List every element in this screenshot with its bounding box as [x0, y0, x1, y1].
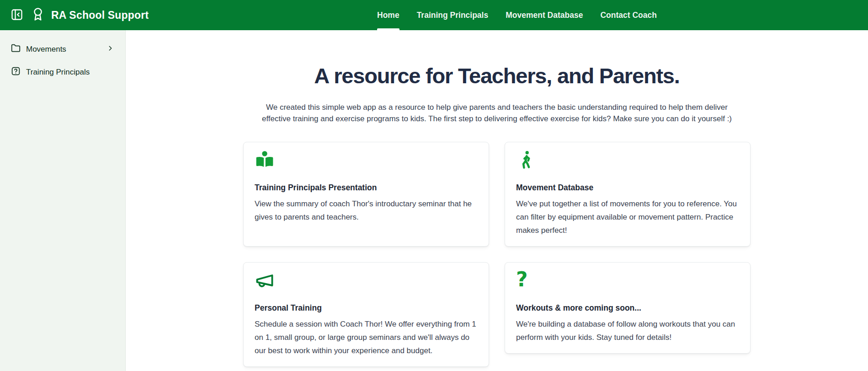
help-square-icon	[11, 66, 21, 78]
sidebar-item-movements[interactable]: Movements	[6, 39, 119, 59]
card-training-principals-presentation[interactable]: Training Principals Presentation View th…	[243, 142, 489, 247]
card-grid: Training Principals Presentation View th…	[243, 142, 751, 367]
card-body: View the summary of coach Thor's introdu…	[255, 197, 478, 224]
card-title: Movement Database	[516, 183, 739, 193]
card-title: Training Principals Presentation	[255, 183, 478, 193]
award-icon	[31, 7, 45, 23]
nav-item-contact-coach[interactable]: Contact Coach	[600, 0, 656, 30]
sidebar-item-label: Training Principals	[26, 68, 90, 77]
question-mark-icon: ?	[516, 270, 739, 290]
folder-icon	[11, 43, 21, 55]
brand: RA School Support	[31, 7, 149, 23]
card-body: We're building a database of follow alon…	[516, 317, 739, 344]
card-body: Schedule a session with Coach Thor! We o…	[255, 317, 478, 357]
megaphone-icon	[255, 270, 478, 290]
sidebar-toggle-button[interactable]	[9, 7, 25, 23]
main-content: A resource for Teachers, and Parents. We…	[126, 30, 868, 371]
nav-item-home[interactable]: Home	[377, 0, 399, 30]
chevron-right-icon	[107, 44, 114, 54]
card-body: We've put together a list of movements f…	[516, 197, 739, 237]
card-personal-training[interactable]: Personal Training Schedule a session wit…	[243, 262, 489, 367]
page-title: A resource for Teachers, and Parents.	[126, 63, 868, 88]
top-nav: Home Training Principals Movement Databa…	[377, 0, 657, 30]
nav-item-training-principals[interactable]: Training Principals	[417, 0, 489, 30]
app-title: RA School Support	[51, 9, 149, 22]
intro-text: We created this simple web app as a reso…	[255, 102, 739, 124]
reading-person-icon	[255, 150, 478, 170]
panel-left-close-icon	[11, 8, 23, 22]
nav-item-movement-database[interactable]: Movement Database	[506, 0, 583, 30]
sidebar-item-training-principals[interactable]: Training Principals	[6, 62, 119, 82]
card-movement-database[interactable]: Movement Database We've put together a l…	[505, 142, 751, 247]
card-title: Personal Training	[255, 303, 478, 313]
sidebar: Movements Training Principals	[0, 30, 126, 371]
walking-person-icon	[516, 150, 739, 170]
sidebar-item-label: Movements	[26, 45, 66, 54]
card-workouts-coming-soon[interactable]: ? Workouts & more coming soon... We're b…	[505, 262, 751, 354]
card-title: Workouts & more coming soon...	[516, 303, 739, 313]
app-header: RA School Support Home Training Principa…	[0, 0, 868, 30]
